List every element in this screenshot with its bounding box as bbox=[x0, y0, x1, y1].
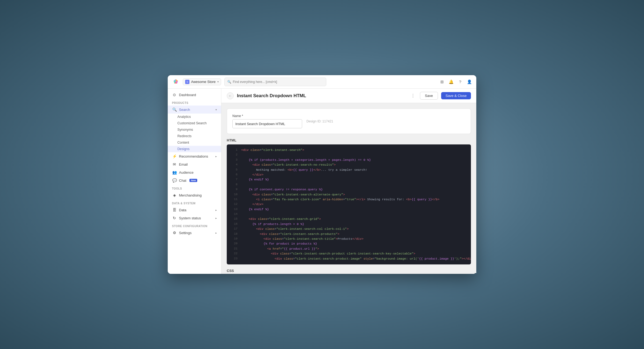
sidebar-item-search[interactable]: 🔍 Search ▾ bbox=[168, 106, 221, 114]
more-options-button[interactable]: ⋮ bbox=[409, 92, 417, 100]
name-form-row: Name * Design ID: 117421 bbox=[232, 114, 465, 128]
global-search-bar[interactable]: 🔍 bbox=[224, 78, 326, 86]
code-line: 13 {% endif %} bbox=[227, 207, 471, 212]
chat-label: Chat bbox=[179, 179, 186, 183]
name-label: Name * bbox=[232, 114, 302, 118]
sidebar-item-content[interactable]: Content bbox=[168, 139, 221, 146]
sidebar-item-redirects[interactable]: Redirects bbox=[168, 133, 221, 139]
save-close-button[interactable]: Save & Close bbox=[441, 92, 471, 99]
notification-icon[interactable]: 🔔 bbox=[448, 79, 454, 85]
sidebar-item-audience[interactable]: 👥 Audience bbox=[168, 168, 221, 176]
sidebar-item-synonyms[interactable]: Synonyms bbox=[168, 126, 221, 133]
store-selector[interactable]: S Awesome Store ▾ bbox=[183, 78, 221, 85]
analytics-label: Analytics bbox=[177, 115, 191, 119]
sidebar-item-recommendations[interactable]: ⚡ Recommendations ▸ bbox=[168, 152, 221, 160]
data-system-section-label: DATA & SYSTEM bbox=[168, 199, 221, 206]
name-form-section: Name * Design ID: 117421 bbox=[227, 108, 471, 134]
page-title: Instant Search Dropdown HTML bbox=[237, 93, 406, 99]
sidebar-search-label: Search bbox=[179, 108, 190, 112]
sidebar-item-chat[interactable]: 💬 Chat New bbox=[168, 176, 221, 184]
code-line: 6 </div> bbox=[227, 172, 471, 177]
sidebar-item-analytics[interactable]: Analytics bbox=[168, 114, 221, 120]
top-bar: S Awesome Store ▾ 🔍 ⊞ 🔔 ? 👤 bbox=[168, 75, 476, 89]
email-label: Email bbox=[179, 162, 188, 166]
user-icon[interactable]: 👤 bbox=[467, 79, 472, 85]
html-section-label: HTML bbox=[227, 138, 471, 142]
sidebar-item-merchandising[interactable]: ◈ Merchandising bbox=[168, 191, 221, 199]
recommendations-label: Recommendations bbox=[179, 154, 208, 158]
sidebar-item-dashboard[interactable]: ⊙ Dashboard bbox=[168, 91, 221, 99]
code-line: 11 <i class="fas fa-search clerk-icon" a… bbox=[227, 197, 471, 202]
search-arrow: ▾ bbox=[215, 108, 217, 111]
merchandising-label: Merchandising bbox=[179, 193, 202, 197]
main-area: ⊙ Dashboard PRODUCTS 🔍 Search ▾ Analytic… bbox=[168, 89, 476, 274]
code-line: 19 <div class="clerk-instant-search-titl… bbox=[227, 237, 471, 241]
sidebar-item-data[interactable]: 🗄 Data ▸ bbox=[168, 206, 221, 214]
settings-label: Settings bbox=[179, 231, 192, 235]
page-header: ← Instant Search Dropdown HTML ⋮ Save Sa… bbox=[221, 89, 476, 103]
sidebar-item-system-status[interactable]: ↻ System status ▸ bbox=[168, 214, 221, 222]
code-line: 18 <div class="clerk-instant-search-prod… bbox=[227, 232, 471, 237]
changelog-icon[interactable]: ⊞ bbox=[439, 79, 445, 85]
save-button[interactable]: Save bbox=[420, 92, 438, 100]
name-input[interactable] bbox=[232, 119, 302, 128]
chat-icon: 💬 bbox=[172, 178, 177, 183]
synonyms-label: Synonyms bbox=[177, 128, 193, 132]
design-id: Design ID: 117421 bbox=[306, 119, 333, 123]
customized-search-label: Customized Search bbox=[177, 121, 207, 125]
settings-icon: ⚙ bbox=[172, 231, 177, 235]
store-name: Awesome Store bbox=[191, 80, 216, 84]
code-line: 22 <div class="clerk-instant-search-prod… bbox=[227, 251, 471, 256]
code-line: 3 {% if (products.length + categories.le… bbox=[227, 158, 471, 162]
sidebar-item-settings[interactable]: ⚙ Settings ▸ bbox=[168, 229, 221, 237]
tools-section-label: TOOLS bbox=[168, 184, 221, 191]
content-panel: ← Instant Search Dropdown HTML ⋮ Save Sa… bbox=[221, 89, 476, 274]
html-code-editor[interactable]: 1 <div class="clerk-instant-search"> 2 3… bbox=[227, 144, 471, 264]
code-line: 16 {% if products.length > 0 %} bbox=[227, 222, 471, 227]
css-section: CSS 1 @media screen and (min-width: 1200… bbox=[227, 269, 471, 274]
recommendations-arrow: ▸ bbox=[215, 155, 217, 158]
products-section-label: PRODUCTS bbox=[168, 99, 221, 106]
dashboard-icon: ⊙ bbox=[172, 93, 177, 97]
code-line: 9 {% if content.query != response.query … bbox=[227, 187, 471, 192]
search-input[interactable] bbox=[233, 80, 323, 84]
system-status-icon: ↻ bbox=[172, 216, 177, 220]
data-label: Data bbox=[179, 208, 186, 212]
data-icon: 🗄 bbox=[172, 208, 177, 212]
system-status-label: System status bbox=[179, 216, 201, 220]
sidebar-item-designs[interactable]: Designs bbox=[168, 146, 221, 152]
redirects-label: Redirects bbox=[177, 134, 192, 138]
merchandising-icon: ◈ bbox=[172, 193, 177, 197]
code-line: 4 <div class="clerk-instant-search-no-re… bbox=[227, 162, 471, 167]
code-line: 8 bbox=[227, 182, 471, 187]
app-logo bbox=[172, 78, 180, 86]
chat-new-badge: New bbox=[189, 179, 197, 182]
sidebar-dashboard-label: Dashboard bbox=[179, 93, 196, 97]
settings-arrow: ▸ bbox=[215, 231, 217, 234]
sidebar-item-customized-search[interactable]: Customized Search bbox=[168, 120, 221, 126]
code-line: 1 <div class="clerk-instant-search"> bbox=[227, 148, 471, 152]
search-nav-icon: 🔍 bbox=[172, 107, 177, 112]
code-line: 23 <div class="clerk-instant-search-prod… bbox=[227, 256, 471, 261]
designs-label: Designs bbox=[177, 147, 189, 151]
content-label: Content bbox=[177, 141, 189, 144]
app-window: S Awesome Store ▾ 🔍 ⊞ 🔔 ? 👤 ⊙ Dashboard bbox=[168, 75, 476, 274]
recommendations-icon: ⚡ bbox=[172, 154, 177, 158]
code-line: 17 <div class="clerk-instant-search-col … bbox=[227, 227, 471, 231]
code-line: 7 {% endif %} bbox=[227, 177, 471, 182]
store-config-section-label: STORE CONFIGURATION bbox=[168, 222, 221, 229]
help-icon[interactable]: ? bbox=[458, 79, 463, 85]
system-status-arrow: ▸ bbox=[215, 217, 217, 220]
code-line: 10 <div class="clerk-instant-search-alte… bbox=[227, 192, 471, 197]
sidebar: ⊙ Dashboard PRODUCTS 🔍 Search ▾ Analytic… bbox=[168, 89, 221, 274]
code-line: 2 bbox=[227, 152, 471, 157]
back-button[interactable]: ← bbox=[227, 92, 234, 99]
code-line: 14 bbox=[227, 212, 471, 217]
page-content: Name * Design ID: 117421 HTML 1 <div cla… bbox=[221, 103, 476, 274]
sidebar-item-email[interactable]: ✉ Email bbox=[168, 160, 221, 168]
code-line: 5 Nothing matched: <b>{{ query }}</b>...… bbox=[227, 168, 471, 172]
chevron-down-icon: ▾ bbox=[217, 80, 219, 83]
name-field-group: Name * bbox=[232, 114, 302, 128]
code-line: 15 <div class="clerk-instant-search-grid… bbox=[227, 217, 471, 221]
code-line: 20 {% for product in products %} bbox=[227, 241, 471, 246]
